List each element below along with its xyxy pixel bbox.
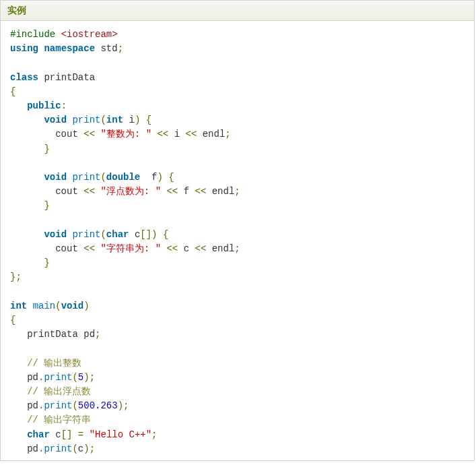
code-token: << [195, 186, 207, 197]
code-token: using [10, 43, 38, 54]
code-token: 5 [78, 372, 83, 383]
code-token: ( [100, 115, 106, 125]
code-token: pd [27, 400, 38, 411]
code-token: ; [95, 329, 100, 340]
code-token: std [100, 43, 117, 54]
code-token: ) [118, 400, 123, 411]
code-token: class [10, 72, 38, 83]
code-token: ) [83, 443, 89, 454]
code-token: { [146, 115, 151, 125]
code-token: f [151, 172, 157, 183]
code-token: << [83, 186, 95, 197]
code-token: cout [55, 129, 78, 140]
code-token: { [163, 229, 168, 240]
code-token: void [61, 301, 84, 311]
code-token: void [44, 229, 67, 240]
code-token: ; [90, 443, 95, 454]
code-token: c [184, 243, 189, 254]
code-token: endl [212, 243, 235, 254]
code-token: int [106, 115, 123, 125]
code-token: print [72, 172, 100, 183]
example-title: 实例 [7, 5, 26, 16]
code-token: << [83, 129, 95, 140]
code-token: public [27, 100, 61, 111]
code-token: ; [123, 400, 129, 411]
code-token: ( [100, 172, 106, 183]
code-token: = [78, 429, 83, 440]
code-token: << [186, 129, 197, 140]
code-token: void [44, 115, 67, 125]
code-token: << [166, 243, 178, 254]
code-token: } [44, 200, 49, 211]
code-token: endl [212, 186, 235, 197]
example-header: 实例 [1, 0, 474, 21]
code-token: endl [203, 129, 226, 140]
code-comment: // 输出字符串 [27, 414, 91, 425]
code-token: print [72, 229, 100, 240]
code-token: i [174, 129, 180, 140]
code-token: "整数为: " [100, 129, 151, 140]
code-token: namespace [44, 43, 95, 54]
code-token: ) [83, 372, 89, 383]
code-token: } [44, 144, 49, 154]
code-token: "字符串为: " [100, 243, 161, 254]
code-token: []) [140, 229, 157, 240]
code-token: << [157, 129, 168, 140]
code-token: ) [83, 301, 89, 311]
code-token: <iostream> [61, 29, 118, 40]
code-token: 500.263 [78, 400, 118, 411]
code-token: c [78, 443, 83, 454]
code-token: f [184, 186, 189, 197]
code-token: int [10, 301, 27, 311]
code-token: { [10, 315, 15, 326]
code-token: ; [234, 186, 240, 197]
code-token: ; [225, 129, 230, 140]
code-token: "浮点数为: " [100, 186, 161, 197]
code-token: printData [44, 72, 95, 83]
code-token: ; [234, 243, 240, 254]
code-token: print [44, 443, 72, 454]
code-token: cout [55, 243, 78, 254]
code-token: main [33, 301, 56, 311]
code-comment: // 输出浮点数 [27, 386, 91, 397]
code-token: pd [27, 372, 38, 383]
code-token: : [61, 100, 67, 111]
code-token: pd [27, 443, 38, 454]
code-token: printData [27, 329, 78, 340]
code-token: char [27, 429, 50, 440]
code-token: ( [100, 229, 106, 240]
code-token: print [72, 115, 100, 125]
code-token: << [195, 243, 207, 254]
code-token: double [106, 172, 140, 183]
code-token: c [55, 429, 61, 440]
code-token: } [44, 257, 49, 268]
code-token: print [44, 372, 72, 383]
code-token: pd [83, 329, 95, 340]
code-token: ( [72, 400, 77, 411]
example-box: 实例 #include <iostream> using namespace s… [0, 0, 475, 461]
code-token: char [106, 229, 129, 240]
code-token: ; [151, 429, 157, 440]
code-token: ( [55, 301, 61, 311]
code-token: ; [118, 43, 123, 54]
code-token: ) [135, 115, 140, 125]
code-token: ; [90, 372, 95, 383]
code-comment: // 输出整数 [27, 358, 81, 369]
code-token: << [83, 243, 95, 254]
code-token: #include [10, 29, 55, 40]
code-token: { [168, 172, 174, 183]
code-token: i [129, 115, 134, 125]
code-token: { [10, 86, 15, 97]
code-token: ) [158, 172, 163, 183]
code-token: void [44, 172, 67, 183]
code-token: ( [72, 372, 77, 383]
code-token: ( [72, 443, 77, 454]
code-block: #include <iostream> using namespace std;… [1, 21, 474, 460]
code-token: << [166, 186, 178, 197]
code-token: }; [10, 272, 22, 282]
code-token: print [44, 400, 72, 411]
code-token: cout [55, 186, 78, 197]
code-token: "Hello C++" [90, 429, 151, 440]
code-token: [] [61, 429, 73, 440]
